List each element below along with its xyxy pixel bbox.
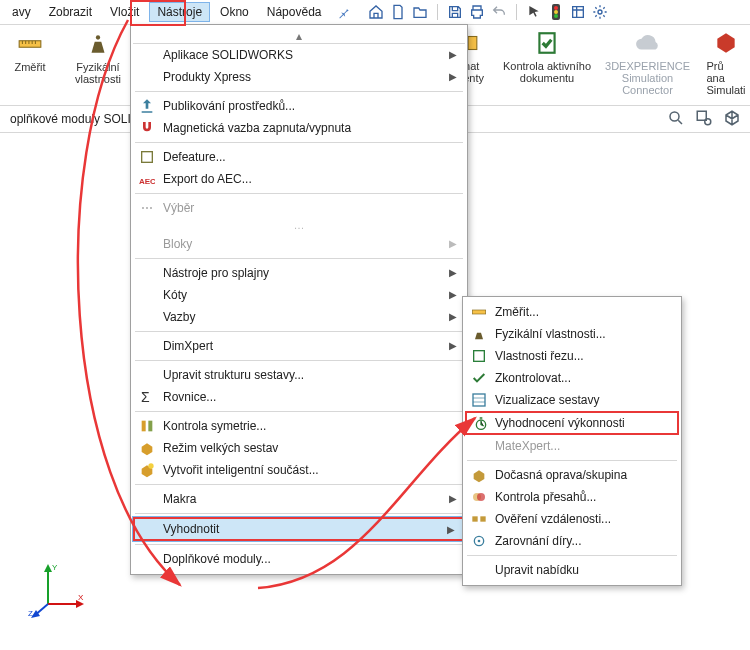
- svg-text:AEC: AEC: [139, 177, 155, 186]
- menu-item-window[interactable]: Okno: [212, 2, 257, 22]
- submenu-interference-check[interactable]: Kontrola přesahů...: [465, 486, 679, 508]
- ruler-icon: [470, 303, 488, 321]
- form-icon[interactable]: [569, 3, 587, 21]
- view-icon-bar: [666, 108, 742, 128]
- submenu-mass-props[interactable]: Fyzikální vlastnosti...: [465, 323, 679, 345]
- gear-icon[interactable]: [591, 3, 609, 21]
- svg-rect-20: [473, 394, 485, 406]
- ribbon-measure[interactable]: Změřit: [2, 29, 58, 73]
- submenu-assembly-vis[interactable]: Vizualizace sestavy: [465, 389, 679, 411]
- menu-defeature[interactable]: Defeature...: [133, 146, 465, 168]
- sim-icon: [711, 28, 741, 58]
- section-icon: [470, 347, 488, 365]
- save-icon[interactable]: [446, 3, 464, 21]
- smart-comp-icon: [138, 461, 156, 479]
- view-orient-icon[interactable]: [722, 108, 742, 128]
- symmetry-icon: [138, 417, 156, 435]
- toolbar-quick: [367, 3, 609, 21]
- submenu-clearance-verify[interactable]: Ověření vzdálenosti...: [465, 508, 679, 530]
- hole-align-icon: [470, 532, 488, 550]
- traffic-light-icon[interactable]: [547, 3, 565, 21]
- menu-symmetry-check[interactable]: Kontrola symetrie...: [133, 415, 465, 437]
- submenu-temp-fix-group[interactable]: Dočasná oprava/skupina: [465, 464, 679, 486]
- fix-icon: [470, 466, 488, 484]
- ribbon-right: ovnat umenty Kontrola aktivního dokument…: [443, 28, 748, 96]
- menu-evaluate[interactable]: Vyhodnotit▶: [133, 517, 465, 541]
- menu-item-view[interactable]: Zobrazit: [41, 2, 100, 22]
- submenu-customize[interactable]: Upravit nabídku: [465, 559, 679, 581]
- menu-equations[interactable]: ΣRovnice...: [133, 386, 465, 408]
- mass-icon: [470, 325, 488, 343]
- submenu-check[interactable]: Zkontrolovat...: [465, 367, 679, 389]
- cloud-icon: [633, 28, 663, 58]
- pin-icon[interactable]: [335, 3, 353, 21]
- submenu-hole-align[interactable]: Zarovnání díry...: [465, 530, 679, 552]
- svg-point-2: [554, 10, 558, 14]
- zoom-area-icon[interactable]: [694, 108, 714, 128]
- menu-smart-component[interactable]: Vytvořit inteligentní součást...: [133, 459, 465, 481]
- large-asm-icon: [138, 439, 156, 457]
- menu-dimensions[interactable]: Kóty▶: [133, 284, 465, 306]
- svg-marker-29: [44, 564, 52, 572]
- ribbon-sim[interactable]: Prů ana Simulati: [704, 28, 748, 96]
- new-doc-icon[interactable]: [389, 3, 407, 21]
- menu-edit-assembly-structure[interactable]: Upravit strukturu sestavy...: [133, 364, 465, 386]
- menu-item-tools[interactable]: Nástroje: [149, 2, 210, 22]
- svg-text:Σ: Σ: [141, 389, 150, 405]
- menu-item-edit[interactable]: avy: [4, 2, 39, 22]
- submenu-section-props[interactable]: Vlastnosti řezu...: [465, 345, 679, 367]
- submenu-measure[interactable]: Změřit...: [465, 301, 679, 323]
- menu-item-help[interactable]: Nápověda: [259, 2, 330, 22]
- svg-point-4: [598, 10, 602, 14]
- menu-dimxpert[interactable]: DimXpert▶: [133, 335, 465, 357]
- svg-rect-18: [472, 310, 485, 314]
- ribbon-check-doc[interactable]: Kontrola aktivního dokumentu: [503, 28, 591, 96]
- svg-rect-9: [697, 111, 706, 120]
- menu-addins[interactable]: Doplňkové moduly...: [133, 548, 465, 570]
- menu-macros[interactable]: Makra▶: [133, 488, 465, 510]
- asm-vis-icon: [470, 391, 488, 409]
- zoom-fit-icon[interactable]: [666, 108, 686, 128]
- undo-icon[interactable]: [490, 3, 508, 21]
- menu-export-aec[interactable]: AECExport do AEC...: [133, 168, 465, 190]
- menubar: avy Zobrazit Vložit Nástroje Okno Nápově…: [0, 0, 750, 25]
- coordinate-triad: Y X Z: [28, 560, 88, 620]
- menu-blocks: Bloky▶: [133, 233, 465, 255]
- ruler-icon: [15, 29, 45, 59]
- svg-rect-25: [480, 516, 485, 521]
- svg-point-8: [670, 112, 679, 121]
- svg-point-23: [477, 493, 485, 501]
- menu-scroll-up[interactable]: ▴: [133, 29, 465, 44]
- cursor-icon[interactable]: [525, 3, 543, 21]
- svg-rect-19: [474, 351, 485, 362]
- svg-rect-12: [468, 37, 477, 50]
- menu-large-assembly-mode[interactable]: Režim velkých sestav: [133, 437, 465, 459]
- svg-point-27: [478, 540, 481, 543]
- menu-relations[interactable]: Vazby▶: [133, 306, 465, 328]
- ribbon-3dexp: 3DEXPERIENCE Simulation Connector: [605, 28, 690, 96]
- menu-magnetic-mate[interactable]: Magnetická vazba zapnuta/vypnuta: [133, 117, 465, 139]
- svg-rect-24: [472, 516, 477, 521]
- publish-icon: [138, 97, 156, 115]
- submenu-matexpert: MateXpert...: [465, 435, 679, 457]
- menu-asset-publish[interactable]: Publikování prostředků...: [133, 95, 465, 117]
- menu-select: ⋯Výběr: [133, 197, 465, 219]
- home-icon[interactable]: [367, 3, 385, 21]
- open-doc-icon[interactable]: [411, 3, 429, 21]
- menu-solidworks-apps[interactable]: Aplikace SOLIDWORKS▶: [133, 44, 465, 66]
- menu-item-insert[interactable]: Vložit: [102, 2, 147, 22]
- submenu-performance-eval[interactable]: Vyhodnocení výkonnosti: [465, 411, 679, 435]
- tools-menu: ▴ Aplikace SOLIDWORKS▶ Produkty Xpress▶ …: [130, 24, 468, 575]
- clearance-icon: [470, 510, 488, 528]
- sigma-icon: Σ: [138, 388, 156, 406]
- print-icon[interactable]: [468, 3, 486, 21]
- ribbon-measure-label: Změřit: [14, 61, 45, 73]
- ribbon-mass-props[interactable]: Fyzikální vlastnosti: [70, 29, 126, 85]
- check-icon: [470, 369, 488, 387]
- select-icon: ⋯: [138, 199, 156, 217]
- menu-spline-tools[interactable]: Nástroje pro splajny▶: [133, 262, 465, 284]
- svg-point-1: [554, 6, 558, 10]
- ribbon-3dexp-label: 3DEXPERIENCE Simulation Connector: [605, 60, 690, 96]
- menu-xpress-products[interactable]: Produkty Xpress▶: [133, 66, 465, 88]
- svg-text:X: X: [78, 593, 84, 602]
